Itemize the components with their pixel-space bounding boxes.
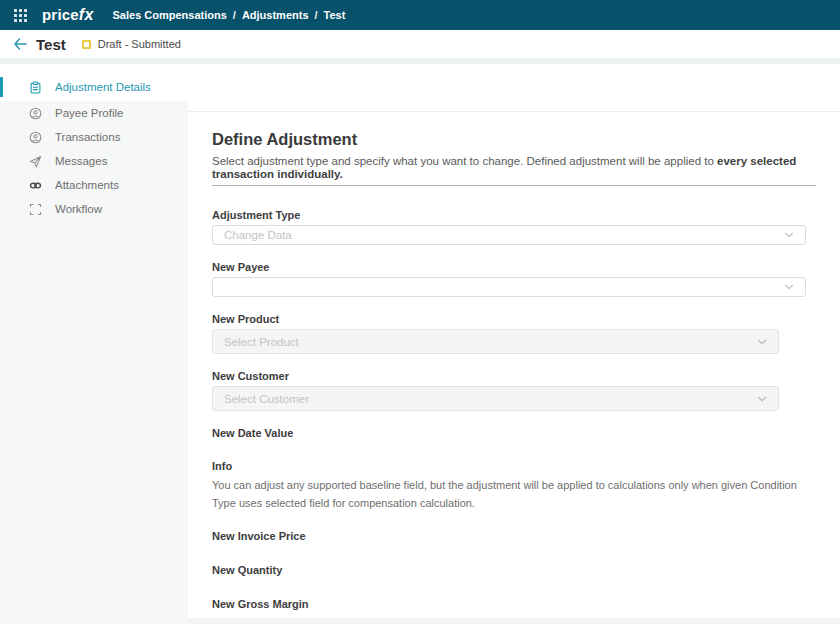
new-gross-margin-label: New Gross Margin — [212, 599, 816, 610]
status-badge: Draft - Submitted — [82, 38, 181, 50]
top-navigation-bar: pricefx Sales Compensations / Adjustment… — [0, 0, 840, 30]
field-info: Info You can adjust any supported baseli… — [212, 461, 816, 512]
sidebar-item-payee-profile[interactable]: Payee Profile — [0, 101, 188, 125]
new-customer-select[interactable]: Select Customer — [212, 386, 779, 411]
new-product-select[interactable]: Select Product — [212, 329, 779, 354]
paper-plane-icon — [29, 155, 42, 168]
new-product-label: New Product — [212, 314, 816, 325]
logo-fx-text: fx — [79, 6, 94, 23]
link-icon — [29, 179, 42, 192]
logo-price-text: price — [42, 6, 79, 23]
breadcrumb-sales-compensations[interactable]: Sales Compensations — [113, 9, 227, 21]
user-circle-icon — [29, 131, 42, 144]
breadcrumb-separator: / — [233, 9, 236, 21]
clipboard-icon — [29, 81, 42, 94]
sidebar-item-transactions[interactable]: Transactions — [0, 125, 188, 149]
chevron-down-icon — [784, 284, 794, 290]
back-arrow-icon — [13, 38, 27, 50]
sidebar-item-workflow[interactable]: Workflow — [0, 197, 188, 221]
sidebar-navigation: Adjustment Details Payee Profile Transac… — [0, 64, 188, 624]
breadcrumb-separator: / — [315, 9, 318, 21]
info-text: You can adjust any supported baseline fi… — [212, 476, 816, 512]
chevron-down-icon — [757, 339, 767, 345]
section-description-text: Select adjustment type and specify what … — [212, 155, 717, 167]
sidebar-item-label: Payee Profile — [55, 107, 123, 119]
chevron-down-icon — [784, 232, 794, 238]
sidebar-item-label: Adjustment Details — [55, 81, 151, 93]
sidebar-item-label: Workflow — [55, 203, 102, 215]
sidebar-item-label: Transactions — [55, 131, 120, 143]
user-circle-icon — [29, 107, 42, 120]
page-title: Test — [36, 36, 66, 53]
sidebar-item-label: Attachments — [55, 179, 119, 191]
breadcrumb-adjustments[interactable]: Adjustments — [242, 9, 309, 21]
bottom-cutoff-strip — [188, 618, 840, 624]
new-invoice-price-label: New Invoice Price — [212, 531, 816, 542]
breadcrumb: Sales Compensations / Adjustments / Test — [113, 9, 346, 21]
sidebar-item-messages[interactable]: Messages — [0, 149, 188, 173]
sidebar-item-adjustment-details[interactable]: Adjustment Details — [0, 75, 188, 99]
field-new-invoice-price: New Invoice Price — [212, 531, 816, 542]
main-panel: Define Adjustment Select adjustment type… — [188, 64, 840, 624]
breadcrumb-test[interactable]: Test — [324, 9, 346, 21]
page-header: Test Draft - Submitted — [0, 30, 840, 58]
pricefx-logo[interactable]: pricefx — [42, 6, 94, 24]
status-draft-icon — [82, 40, 91, 49]
field-adjustment-type: Adjustment Type Change Data — [212, 210, 816, 245]
sidebar-item-label: Messages — [55, 155, 107, 167]
new-product-placeholder: Select Product — [224, 336, 299, 348]
new-quantity-label: New Quantity — [212, 565, 816, 576]
status-label: Draft - Submitted — [98, 38, 181, 50]
field-new-product: New Product Select Product — [212, 314, 816, 354]
field-new-customer: New Customer Select Customer — [212, 371, 816, 411]
apps-grid-icon[interactable] — [14, 9, 27, 22]
adjustment-type-value: Change Data — [224, 229, 292, 241]
section-divider — [212, 185, 816, 186]
new-payee-select[interactable] — [212, 277, 806, 297]
workflow-corners-icon — [29, 203, 42, 216]
sidebar-item-attachments[interactable]: Attachments — [0, 173, 188, 197]
section-description: Select adjustment type and specify what … — [212, 155, 816, 181]
chevron-down-icon — [757, 396, 767, 402]
main-toolbar — [188, 64, 840, 112]
field-new-quantity: New Quantity — [212, 565, 816, 576]
field-new-date-value: New Date Value — [212, 428, 816, 439]
back-button[interactable] — [13, 38, 27, 50]
section-title: Define Adjustment — [212, 129, 816, 149]
adjustment-type-select[interactable]: Change Data — [212, 225, 806, 245]
adjustment-type-label: Adjustment Type — [212, 210, 816, 221]
new-customer-placeholder: Select Customer — [224, 393, 309, 405]
field-new-payee: New Payee — [212, 262, 816, 297]
new-date-value-label: New Date Value — [212, 428, 816, 439]
new-customer-label: New Customer — [212, 371, 816, 382]
info-label: Info — [212, 461, 816, 472]
new-payee-label: New Payee — [212, 262, 816, 273]
define-adjustment-section: Define Adjustment Select adjustment type… — [188, 112, 840, 624]
